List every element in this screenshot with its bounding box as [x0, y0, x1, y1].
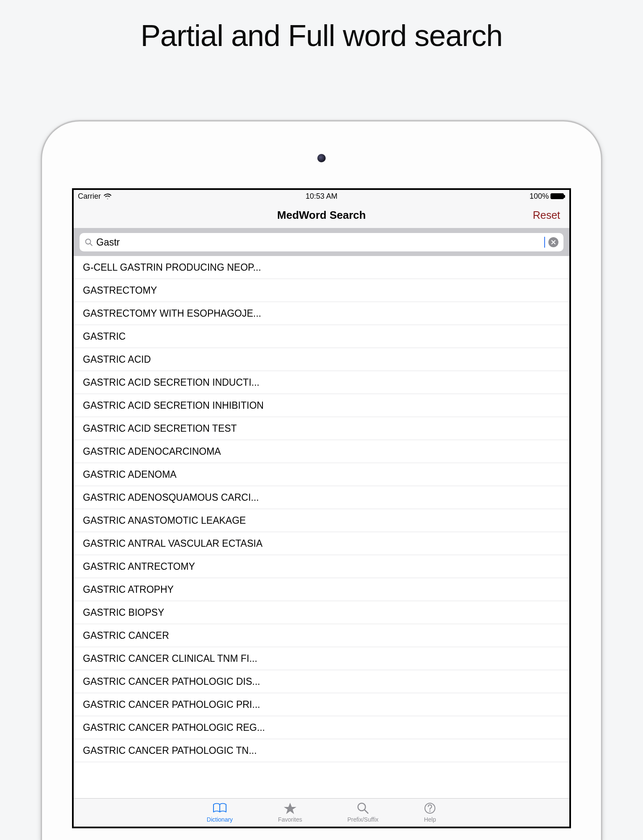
list-item[interactable]: GASTRIC ATROPHY — [74, 578, 569, 601]
clock-label: 10:53 AM — [306, 192, 337, 201]
search-icon — [357, 801, 369, 815]
search-input[interactable] — [96, 237, 543, 248]
list-item[interactable]: GASTRECTOMY — [74, 279, 569, 302]
ipad-camera — [317, 154, 326, 162]
clear-search-button[interactable] — [548, 237, 558, 247]
tab-dictionary[interactable]: Dictionary — [207, 801, 233, 823]
promo-headline: Partial and Full word search — [0, 18, 643, 53]
list-item[interactable]: GASTRIC ACID SECRETION INDUCTI... — [74, 371, 569, 394]
results-list: G-CELL GASTRIN PRODUCING NEOP...GASTRECT… — [74, 256, 569, 762]
status-bar: Carrier 10:53 AM 100% — [74, 190, 569, 202]
carrier-label: Carrier — [78, 192, 101, 201]
reset-button[interactable]: Reset — [533, 209, 560, 221]
tab-label: Help — [424, 816, 436, 823]
battery-pct-label: 100% — [530, 192, 549, 201]
list-item[interactable]: GASTRIC — [74, 325, 569, 348]
text-caret — [544, 237, 545, 248]
search-field[interactable] — [80, 233, 563, 251]
tab-prefix-suffix[interactable]: Prefix/Suffix — [347, 801, 378, 823]
tab-bar: DictionaryFavoritesPrefix/SuffixHelp — [74, 798, 569, 827]
search-icon — [85, 238, 93, 246]
tab-help[interactable]: Help — [424, 801, 436, 823]
svg-line-6 — [365, 810, 368, 813]
list-item[interactable]: G-CELL GASTRIN PRODUCING NEOP... — [74, 256, 569, 279]
svg-point-8 — [430, 811, 431, 812]
list-item[interactable]: GASTRIC ACID SECRETION TEST — [74, 417, 569, 440]
list-item[interactable]: GASTRIC ANTRECTOMY — [74, 555, 569, 578]
list-item[interactable]: GASTRIC ADENOSQUAMOUS CARCI... — [74, 486, 569, 509]
list-item[interactable]: GASTRIC CANCER — [74, 624, 569, 647]
list-item[interactable]: GASTRIC BIOPSY — [74, 601, 569, 624]
search-bar-container — [74, 228, 569, 256]
star-icon — [283, 801, 297, 815]
list-item[interactable]: GASTRIC ANASTOMOTIC LEAKAGE — [74, 509, 569, 532]
list-item[interactable]: GASTRIC ADENOMA — [74, 463, 569, 486]
list-item[interactable]: GASTRIC CANCER CLINICAL TNM FI... — [74, 647, 569, 670]
wifi-icon — [103, 193, 112, 199]
tab-label: Favorites — [278, 816, 302, 823]
list-item[interactable]: GASTRIC CANCER PATHOLOGIC DIS... — [74, 670, 569, 693]
list-item[interactable]: GASTRECTOMY WITH ESOPHAGOJE... — [74, 302, 569, 325]
ipad-screen: Carrier 10:53 AM 100% MedWord Searc — [72, 188, 571, 828]
tab-label: Prefix/Suffix — [347, 816, 378, 823]
book-icon — [212, 801, 227, 815]
list-item[interactable]: GASTRIC CANCER PATHOLOGIC TN... — [74, 739, 569, 762]
list-item[interactable]: GASTRIC ACID — [74, 348, 569, 371]
ipad-device-frame: Carrier 10:53 AM 100% MedWord Searc — [42, 121, 601, 840]
list-item[interactable]: GASTRIC CANCER PATHOLOGIC PRI... — [74, 693, 569, 716]
tab-favorites[interactable]: Favorites — [278, 801, 302, 823]
list-item[interactable]: GASTRIC ADENOCARCINOMA — [74, 440, 569, 463]
page-title: MedWord Search — [277, 209, 366, 222]
battery-icon — [550, 193, 565, 199]
navigation-bar: MedWord Search Reset — [74, 202, 569, 228]
help-icon — [424, 801, 436, 815]
list-item[interactable]: GASTRIC ACID SECRETION INHIBITION — [74, 394, 569, 417]
list-item[interactable]: GASTRIC ANTRAL VASCULAR ECTASIA — [74, 532, 569, 555]
list-item[interactable]: GASTRIC CANCER PATHOLOGIC REG... — [74, 716, 569, 739]
svg-line-1 — [90, 243, 92, 246]
tab-label: Dictionary — [207, 816, 233, 823]
